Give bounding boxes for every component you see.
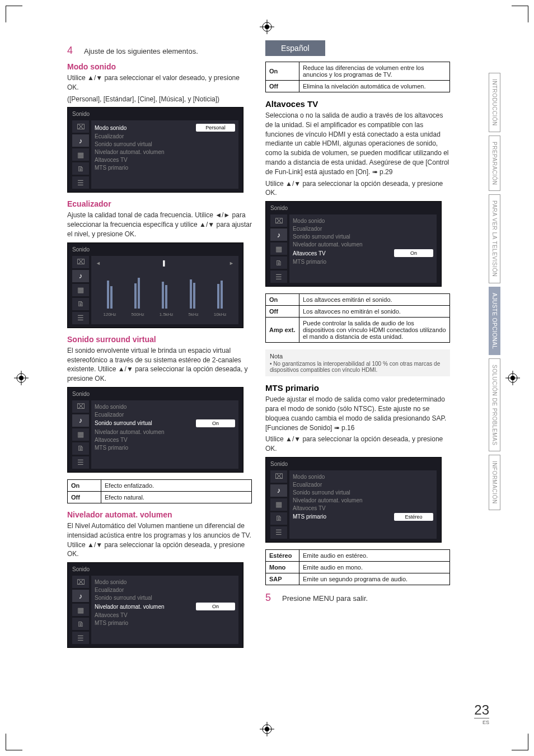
side-tab: SOLUCIÓN DE PROBLEMAS — [489, 358, 500, 451]
side-tab: PREPARACIÓN — [489, 136, 500, 192]
osd-screenshot: Sonido ⌧ ♪ ▦ 🗎 ☰ ◄▌► — [67, 242, 243, 328]
document-icon: 🗎 — [270, 256, 287, 269]
grid-icon: ▦ — [270, 498, 287, 511]
tv-icon: ⌧ — [72, 256, 89, 268]
section-title-modo-sonido: Modo sonido — [67, 62, 252, 71]
registration-mark-icon — [260, 20, 274, 34]
tv-icon: ⌧ — [270, 470, 287, 483]
body-text: Ajuste la calidad tonal de cada frecuenc… — [67, 211, 252, 239]
settings-icon: ☰ — [270, 270, 287, 283]
language-tab: Español — [265, 40, 325, 56]
document-icon: 🗎 — [72, 298, 89, 310]
options-text: ([Personal], [Estándar], [Cine], [Música… — [67, 95, 252, 104]
body-text: Selecciona o no la salida de audio a tra… — [265, 111, 450, 177]
section-title-ecualizador: Ecualizador — [67, 199, 252, 208]
svg-point-3 — [265, 25, 269, 29]
svg-point-11 — [510, 376, 515, 380]
document-icon: 🗎 — [72, 442, 89, 455]
nivelador-table: OnReduce las diferencias de volumen entr… — [265, 62, 450, 92]
registration-mark-icon — [505, 371, 520, 385]
tv-icon: ⌧ — [72, 120, 89, 133]
osd-screenshot: Sonido ⌧ ♪ ▦ 🗎 ☰ Modo sonido Ecualizador… — [67, 387, 243, 473]
side-tab: INTRODUCCIÓN — [489, 73, 500, 132]
music-note-icon: ♪ — [72, 270, 89, 282]
music-note-icon: ♪ — [72, 590, 89, 602]
body-text: Utilice ▲/▼ para seleccionar la opción d… — [265, 435, 450, 454]
side-tab-active: AJUSTE OPCIONAL — [489, 287, 500, 355]
side-tabs: INTRODUCCIÓN PREPARACIÓN PARA VER LA TEL… — [489, 73, 500, 510]
osd-screenshot: Sonido ⌧ ♪ ▦ 🗎 ☰ Modo sonidoPersonal Ecu… — [67, 107, 243, 193]
tv-icon: ⌧ — [72, 576, 89, 588]
grid-icon: ▦ — [72, 148, 89, 161]
side-tab: INFORMACIÓN — [489, 455, 500, 510]
tv-icon: ⌧ — [270, 214, 287, 227]
body-text: Utilice ▲/▼ para seleccionar la opción d… — [265, 179, 450, 198]
body-text: Puede ajustar el modo de salida como val… — [265, 395, 450, 432]
step-number: 4 — [67, 45, 78, 57]
settings-icon: ☰ — [270, 526, 287, 539]
osd-screenshot: Sonido ⌧ ♪ ▦ 🗎 ☰ Modo sonido Ecualizador… — [265, 457, 442, 543]
tv-icon: ⌧ — [72, 400, 89, 413]
music-note-icon: ♪ — [72, 414, 89, 427]
step-number: 5 — [265, 592, 277, 604]
grid-icon: ▦ — [270, 242, 287, 255]
section-title-surround: Sonido surround virtual — [67, 335, 252, 344]
body-text: Utilice ▲/▼ para seleccionar el valor de… — [67, 73, 252, 92]
grid-icon: ▦ — [72, 604, 89, 616]
registration-mark-icon — [260, 722, 274, 736]
document-icon: 🗎 — [270, 512, 287, 525]
note-box: Nota • No garantizamos la interoperabili… — [265, 349, 450, 376]
settings-icon: ☰ — [72, 456, 89, 469]
grid-icon: ▦ — [72, 284, 89, 296]
document-icon: 🗎 — [72, 162, 89, 175]
music-note-icon: ♪ — [72, 134, 89, 147]
mts-table: EstéreoEmite audio en estéreo. MonoEmite… — [265, 549, 450, 585]
settings-icon: ☰ — [72, 312, 89, 324]
music-note-icon: ♪ — [270, 484, 287, 497]
section-title-nivelador: Nivelador automat. volumen — [67, 510, 252, 519]
section-title-altavoces: Altavoces TV — [265, 99, 450, 109]
body-text: El Nivel Automático del Volumen mantiene… — [67, 521, 252, 559]
step-text: Ajuste de los siguientes elementos. — [84, 47, 198, 55]
svg-point-15 — [265, 727, 269, 731]
altavoces-table: OnLos altavoces emitirán el sonido. OffL… — [265, 293, 450, 343]
osd-screenshot: Sonido ⌧ ♪ ▦ 🗎 ☰ Modo sonido Ecualizador… — [67, 562, 243, 648]
settings-icon: ☰ — [72, 632, 89, 644]
settings-icon: ☰ — [72, 176, 89, 189]
body-text: El sonido envolvente virtual le brinda u… — [67, 346, 252, 384]
step-text: Presione MENU para salir. — [282, 594, 368, 603]
page-number: 23 ES — [474, 702, 489, 725]
surround-table: OnEfecto enfatizado. OffEfecto natural. — [67, 479, 252, 503]
grid-icon: ▦ — [72, 428, 89, 441]
svg-point-7 — [19, 376, 24, 380]
side-tab: PARA VER LA TELEVISIÓN — [489, 194, 500, 283]
osd-screenshot: Sonido ⌧ ♪ ▦ 🗎 ☰ Modo sonido Ecualizador… — [265, 201, 442, 287]
section-title-mts: MTS primario — [265, 383, 450, 393]
registration-mark-icon — [14, 371, 29, 385]
music-note-icon: ♪ — [270, 228, 287, 241]
document-icon: 🗎 — [72, 618, 89, 630]
